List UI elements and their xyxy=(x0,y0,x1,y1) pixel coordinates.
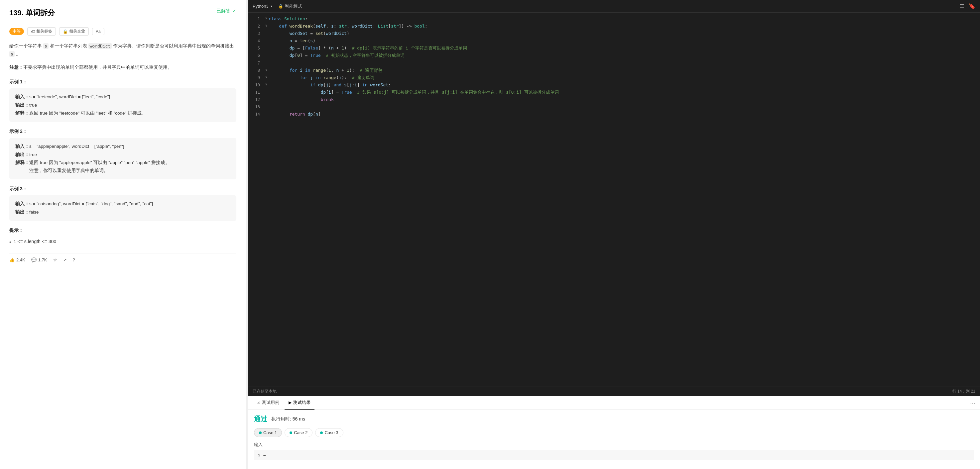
smart-mode-toggle[interactable]: 🔒 智能模式 xyxy=(278,3,302,9)
tags-button[interactable]: 🏷 相关标签 xyxy=(27,27,56,36)
status-bar: 已存储至本地 行 14，列 21 xyxy=(248,387,980,396)
checkbox-icon: ☑ xyxy=(257,400,260,405)
test-result-tab[interactable]: ▶ 测试结果 xyxy=(285,396,315,410)
lock-icon: 🔒 xyxy=(278,4,283,9)
code-line-10: 10 ∨ if dp[j] and s[j:i] in wordSet: xyxy=(248,81,980,89)
language-selector[interactable]: Python3 ▾ xyxy=(253,4,272,9)
code-line-7: 7 xyxy=(248,59,980,67)
example1-title: 示例 1： xyxy=(9,79,236,85)
problem-description: 给你一个字符串 s 和一个字符串列表 wordDict 作为字典。请你判断是否可… xyxy=(9,42,236,58)
left-panel: 139. 单词拆分 已解答 ✓ 中等 🏷 相关标签 🔒 相关企业 Aa 给你一个… xyxy=(0,0,246,469)
right-panel: Python3 ▾ 🔒 智能模式 ☰ 🔖 1 ∨ class Solution:… xyxy=(248,0,980,469)
editor-topbar-actions: ☰ 🔖 xyxy=(959,3,975,9)
hint-item-1: • 1 <= s.length <= 300 xyxy=(9,238,236,246)
example2-title: 示例 2： xyxy=(9,128,236,135)
bottom-tabs: ☑ 测试用例 ▶ 测试结果 ⋯ xyxy=(248,396,980,410)
input-label: 输入 xyxy=(254,442,974,448)
code-line-3: 3 wordSet = set(wordDict) xyxy=(248,30,980,37)
code-line-11: 11 dp[i] = True # 如果 s[0:j] 可以被拆分成单词，并且 … xyxy=(248,89,980,96)
bottom-bar: 👍 2.4K 💬 1.7K ☆ ↗ ? xyxy=(9,253,236,262)
tag-icon: 🏷 xyxy=(31,29,35,34)
font-button[interactable]: Aa xyxy=(92,28,104,35)
expand-button[interactable]: ⋯ xyxy=(970,400,975,406)
code-line-5: 5 dp = [False] * (n + 1) # dp[i] 表示字符串的前… xyxy=(248,44,980,52)
case1-dot xyxy=(259,431,262,434)
solved-check-icon: ✓ xyxy=(232,8,236,14)
code-line-4: 4 n = len(s) xyxy=(248,37,980,44)
problem-note: 注意：不要求字典中出现的单词全部都使用，并且字典中的单词可以重复使用。 xyxy=(9,63,236,71)
case1-tab[interactable]: Case 1 xyxy=(254,428,282,437)
help-button[interactable]: ? xyxy=(73,257,75,262)
exec-time: 执行用时: 56 ms xyxy=(271,416,305,422)
case3-tab[interactable]: Case 3 xyxy=(315,428,343,437)
result-area: 通过 执行用时: 56 ms Case 1 Case 2 Case 3 输 xyxy=(248,410,980,465)
saved-status: 已存储至本地 xyxy=(253,389,277,394)
hints-title: 提示： xyxy=(9,228,236,233)
pass-label: 通过 xyxy=(254,415,267,423)
example3-box: 输入：s = "catsandog", wordDict = ["cats", … xyxy=(9,195,236,221)
input-section: 输入 s = xyxy=(254,442,974,460)
comments-button[interactable]: 💬 1.7K xyxy=(31,257,47,262)
lock-icon: 🔒 xyxy=(63,29,68,34)
chevron-down-icon: ▾ xyxy=(270,4,272,8)
test-case-tab[interactable]: ☑ 测试用例 xyxy=(253,396,283,410)
difficulty-badge: 中等 xyxy=(9,28,24,35)
comment-icon: 💬 xyxy=(31,257,37,262)
menu-icon[interactable]: ☰ xyxy=(959,3,964,9)
solved-label: 已解答 xyxy=(216,8,231,14)
code-line-13: 13 xyxy=(248,103,980,111)
code-line-2: 2 ∨ def wordBreak(self, s: str, wordDict… xyxy=(248,22,980,30)
code-line-14: 14 return dp[n] xyxy=(248,111,980,118)
thumbs-up-icon: 👍 xyxy=(9,257,14,262)
case2-tab[interactable]: Case 2 xyxy=(285,428,312,437)
bookmark-icon[interactable]: 🔖 xyxy=(969,3,975,9)
case3-dot xyxy=(320,431,323,434)
example1-box: 输入：s = "leetcode", wordDict = ["leet", "… xyxy=(9,88,236,122)
code-line-1: 1 ∨ class Solution: xyxy=(248,15,980,22)
code-line-6: 6 dp[0] = True # 初始状态，空字符串可以被拆分成单词 xyxy=(248,52,980,59)
bottom-tabs-left: ☑ 测试用例 ▶ 测试结果 xyxy=(253,396,315,410)
problem-title: 139. 单词拆分 xyxy=(9,8,55,18)
code-line-12: 12 break xyxy=(248,96,980,103)
case-tabs: Case 1 Case 2 Case 3 xyxy=(254,428,974,437)
meta-row: 中等 🏷 相关标签 🔒 相关企业 Aa xyxy=(9,27,236,36)
star-button[interactable]: ☆ xyxy=(53,257,57,262)
code-line-8: 8 ∨ for i in range(1, n + 1): # 遍历背包 xyxy=(248,67,980,74)
bottom-panel: ☑ 测试用例 ▶ 测试结果 ⋯ 通过 执行用时: 56 ms Case 1 xyxy=(248,396,980,469)
case2-dot xyxy=(290,431,292,434)
likes-button[interactable]: 👍 2.4K xyxy=(9,257,25,262)
star-icon: ☆ xyxy=(53,257,57,262)
input-s-value: s = xyxy=(254,450,974,460)
editor-topbar: Python3 ▾ 🔒 智能模式 ☰ 🔖 xyxy=(248,0,980,13)
cursor-position: 行 14，列 21 xyxy=(952,389,975,394)
help-icon: ? xyxy=(73,257,75,262)
pass-row: 通过 执行用时: 56 ms xyxy=(254,415,974,423)
share-icon: ↗ xyxy=(63,257,67,262)
company-button[interactable]: 🔒 相关企业 xyxy=(59,27,89,36)
example3-title: 示例 3： xyxy=(9,186,236,192)
code-line-9: 9 ∨ for j in range(i): # 遍历单词 xyxy=(248,74,980,81)
terminal-icon: ▶ xyxy=(288,400,291,405)
example2-box: 输入：s = "applepenapple", wordDict = ["app… xyxy=(9,138,236,179)
share-button[interactable]: ↗ xyxy=(63,257,67,262)
code-editor[interactable]: 1 ∨ class Solution: 2 ∨ def wordBreak(se… xyxy=(248,13,980,387)
